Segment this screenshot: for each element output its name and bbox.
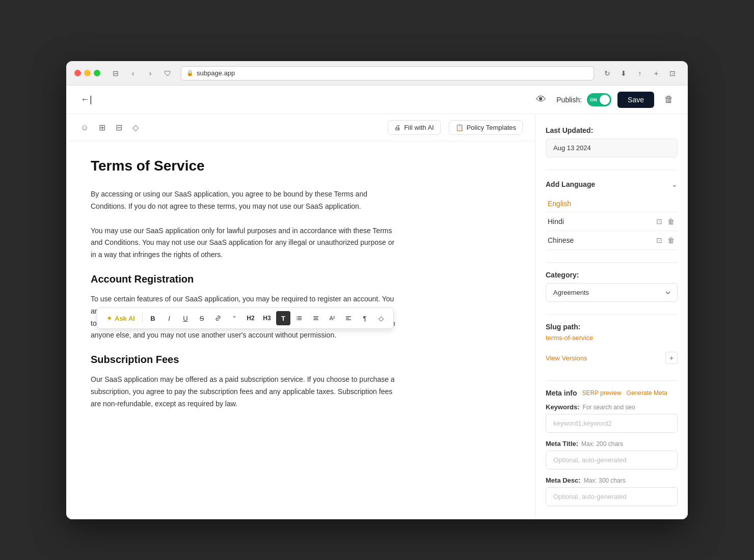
traffic-light-yellow[interactable]	[84, 70, 91, 76]
toggle-on-label: ON	[590, 97, 597, 102]
publish-toggle[interactable]: ON	[587, 93, 611, 106]
traffic-light-red[interactable]	[74, 70, 81, 76]
policy-templates-button[interactable]: 📋 Policy Templates	[449, 120, 523, 135]
last-updated-date: Aug 13 2024	[546, 138, 678, 157]
keywords-hint: For search and seo	[582, 404, 635, 411]
back-btn[interactable]: ‹	[126, 66, 140, 80]
policy-templates-icon: 📋	[455, 124, 464, 131]
h3-button[interactable]: H3	[260, 311, 274, 325]
generate-meta-link[interactable]: Generate Meta	[627, 389, 667, 397]
slug-label: Slug path:	[546, 323, 678, 331]
table-icon[interactable]: ⊞	[97, 121, 107, 134]
align-center-button[interactable]	[309, 311, 323, 325]
serp-preview-link[interactable]: SERP preview	[582, 389, 621, 397]
ai-star-icon: ✦	[106, 315, 112, 322]
language-name-chinese[interactable]: Chinese	[548, 236, 574, 244]
svg-point-2	[297, 319, 297, 320]
delete-button[interactable]: 🗑	[660, 92, 678, 107]
link-button[interactable]	[211, 311, 225, 325]
svg-point-0	[297, 316, 297, 317]
sidebar-toggle-btn[interactable]: ⊟	[109, 66, 123, 80]
keywords-input[interactable]	[546, 414, 678, 433]
h2-button[interactable]: H2	[244, 311, 258, 325]
section-subscription-fees: Subscription Fees	[91, 354, 398, 366]
url-text: subpage.app	[197, 69, 235, 77]
list-button[interactable]	[292, 311, 307, 325]
traffic-light-green[interactable]	[94, 70, 100, 76]
bold-button[interactable]: B	[146, 311, 160, 325]
meta-title-label: Meta Title:	[546, 440, 578, 447]
add-language-label: Add Language	[546, 180, 595, 188]
browser-titlebar: ⊟ ‹ › 🛡 🔒 subpage.app ↻ ⬇ ↑ + ⊡	[66, 61, 688, 86]
language-name-hindi[interactable]: Hindi	[548, 217, 564, 226]
chinese-actions: ⊡ 🗑	[655, 235, 676, 245]
refresh-btn[interactable]: ↻	[600, 66, 614, 80]
format-toolbar: ✦ Ask AI B I U S " H2 H3 T	[97, 307, 394, 329]
hindi-delete-btn[interactable]: 🗑	[666, 216, 676, 227]
meta-desc-label: Meta Desc:	[546, 477, 581, 484]
preview-button[interactable]: 👁	[532, 92, 550, 107]
hindi-actions: ⊡ 🗑	[655, 216, 676, 227]
align-left-button[interactable]	[341, 311, 356, 325]
shield-icon[interactable]: 🛡	[160, 66, 175, 80]
fill-ai-icon: 🖨	[394, 124, 401, 131]
superscript-button[interactable]: A²	[325, 311, 339, 325]
category-select[interactable]: Agreements Privacy Terms	[546, 283, 678, 302]
new-tab-btn[interactable]: +	[649, 66, 663, 80]
diamond-icon[interactable]: ◇	[130, 121, 141, 134]
reader-btn[interactable]: ⊡	[665, 66, 680, 80]
highlight-button[interactable]: T	[276, 311, 290, 325]
toggle-knob	[600, 95, 610, 105]
keywords-label: Keywords:	[546, 403, 579, 411]
slug-value[interactable]: terms-of-service	[546, 334, 678, 342]
traffic-lights	[74, 70, 100, 76]
divider-3	[546, 314, 678, 315]
layout-icon[interactable]: ⊟	[114, 121, 124, 134]
publish-label: Publish:	[556, 96, 582, 104]
meta-desc-input[interactable]	[546, 487, 678, 506]
toolbar-divider-1	[142, 313, 143, 323]
chinese-delete-btn[interactable]: 🗑	[666, 235, 676, 245]
meta-title-label-row: Meta Title: Max: 200 chars	[546, 440, 678, 447]
download-btn[interactable]: ⬇	[616, 66, 631, 80]
language-name-english[interactable]: English	[548, 200, 571, 208]
strikethrough-button[interactable]: S	[195, 311, 209, 325]
policy-templates-label: Policy Templates	[467, 124, 516, 131]
meta-title-input[interactable]	[546, 451, 678, 469]
language-list: English Hindi ⊡ 🗑 Chinese ⊡ 🗑	[546, 195, 678, 250]
view-versions-link[interactable]: View Versions	[546, 354, 587, 362]
emoji-icon[interactable]: ☺	[78, 121, 91, 134]
add-language-header[interactable]: Add Language ⌄	[546, 178, 678, 190]
save-button[interactable]: Save	[617, 92, 654, 108]
lock-icon: 🔒	[186, 70, 194, 76]
meta-info-label: Meta info	[546, 389, 577, 397]
ask-ai-button[interactable]: ✦ Ask AI	[102, 313, 139, 324]
forward-btn[interactable]: ›	[143, 66, 157, 80]
chinese-translate-btn[interactable]: ⊡	[655, 235, 663, 245]
divider-4	[546, 380, 678, 381]
app-back-button[interactable]: ←|	[76, 92, 96, 107]
hindi-translate-btn[interactable]: ⊡	[655, 216, 663, 227]
language-item-chinese: Chinese ⊡ 🗑	[546, 231, 678, 250]
main-content: ☺ ⊞ ⊟ ◇ 🖨 Fill with AI 📋 Policy Template…	[66, 114, 688, 519]
editor-content[interactable]: Terms of Service By accessing or using o…	[66, 142, 423, 439]
italic-button[interactable]: I	[162, 311, 176, 325]
share-btn[interactable]: ↑	[633, 66, 647, 80]
meta-title-hint: Max: 200 chars	[581, 440, 623, 447]
category-section: Category: Agreements Privacy Terms	[546, 271, 678, 302]
underline-button[interactable]: U	[178, 311, 193, 325]
section-account-registration: Account Registration	[91, 273, 398, 285]
slug-section: Slug path: terms-of-service View Version…	[546, 323, 678, 368]
category-label: Category:	[546, 271, 678, 279]
add-version-button[interactable]: +	[665, 352, 678, 364]
publish-section: Publish: ON	[556, 93, 611, 106]
address-bar[interactable]: 🔒 subpage.app	[181, 66, 594, 80]
quote-button[interactable]: "	[227, 311, 241, 325]
browser-action-buttons: ↻ ⬇ ↑ + ⊡	[600, 66, 680, 80]
fill-with-ai-button[interactable]: 🖨 Fill with AI	[388, 120, 441, 135]
fill-ai-label: Fill with AI	[404, 124, 434, 131]
divider-1	[546, 170, 678, 170]
ask-ai-label: Ask AI	[115, 315, 135, 322]
paragraph-button[interactable]: ¶	[358, 311, 372, 325]
clear-format-button[interactable]: ◇	[374, 311, 388, 325]
